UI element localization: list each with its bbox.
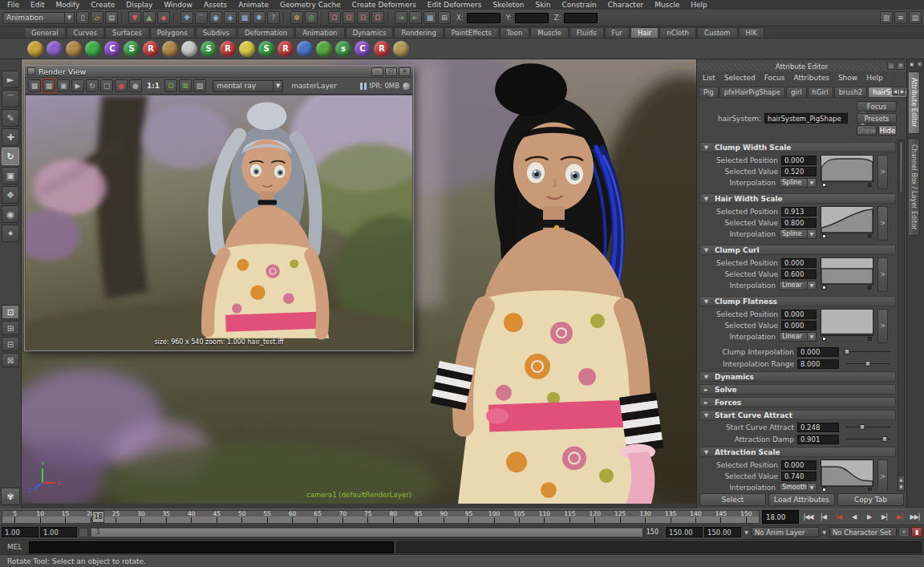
undock-icon[interactable]: ▫ [887,62,895,70]
menu-item[interactable]: Skeleton [488,0,530,10]
x-coord-input[interactable] [467,13,500,23]
ae-menu-item[interactable]: Show [838,74,857,82]
perspective-viewport[interactable]: camera1 (defaultRenderLayer) Y X Z Rende… [22,59,696,506]
attribute-slider[interactable] [845,434,890,444]
snap-to-view-planes-icon[interactable]: ▦ [238,11,251,24]
select-button[interactable]: Select [699,493,766,506]
set-start-from-current-icon[interactable]: S [201,41,217,57]
follicle-node-icon[interactable] [239,41,255,57]
y-coord-input[interactable] [515,13,549,23]
interpolation-dropdown[interactable]: Linear [779,281,808,290]
redo-previous-render-icon[interactable]: ▦ [43,79,55,92]
interpolation-dropdown[interactable]: Spline [779,229,808,239]
tab-scroll-right-icon[interactable]: ▶ [899,87,906,95]
chevron-down-icon[interactable] [808,483,817,492]
snap-to-grids-icon[interactable]: ✚ [180,11,193,24]
render-region-icon[interactable]: ▢ [100,79,113,92]
section-header[interactable]: Clump Flatness [699,296,896,306]
ae-node-tab[interactable]: girl [786,87,807,97]
step-back-key-button[interactable]: |◀ [831,510,846,524]
attribute-editor-titlebar[interactable]: Attribute Editor ▫ ✕ [697,61,906,71]
menu-set-dropdown[interactable]: Animation ▼ [2,12,75,24]
section-header[interactable]: Solve [699,384,896,395]
show-channel-box-icon[interactable]: ▤ [909,11,922,24]
mel-label[interactable]: MEL [0,543,29,551]
menu-item[interactable]: Create [85,0,120,10]
menu-item[interactable]: Constrain [557,0,602,10]
expand-ramp-button[interactable] [877,257,888,292]
ae-menu-item[interactable]: Focus [764,74,785,82]
menu-item[interactable]: Character [602,0,649,10]
select-component-icon[interactable]: ◆ [157,11,170,24]
input-connections-icon[interactable]: Ω [328,11,341,24]
shelf-tab[interactable]: nCloth [659,27,696,38]
small-start-icon[interactable]: s [335,41,351,57]
expand-ramp-button[interactable] [877,460,888,491]
paint-select-tool[interactable]: ✎ [2,109,19,127]
attribute-value-input[interactable]: 0.248 [797,423,839,432]
mel-command-input[interactable] [29,541,394,553]
section-header[interactable]: Start Curve Attract [699,410,896,420]
alpha-channel-icon[interactable]: ● [129,79,142,92]
zoom-ratio-button[interactable]: 1:1 [147,82,160,90]
ae-menu-item[interactable]: List [703,74,715,82]
animation-end-field[interactable]: 150.00 [704,527,741,537]
menu-item[interactable]: Edit Deformers [422,0,488,10]
start-curves-icon[interactable]: S [258,41,274,57]
sets-icon[interactable]: ▩ [424,11,436,24]
shelf-tab[interactable]: Deformation [237,27,294,38]
paint-hair-tool-icon[interactable] [27,41,43,57]
status-icon[interactable] [173,12,177,23]
snap-to-surfaces-icon[interactable]: ◈ [224,11,237,24]
character-set-dropdown[interactable]: No Character Set [829,527,897,537]
ae-node-tab[interactable]: pfxHairPigShape [719,87,785,97]
small-rest-icon[interactable]: R [374,41,390,57]
quick-help-icon[interactable]: ? [267,11,280,24]
menu-item[interactable]: Geometry Cache [274,0,346,10]
step-forward-key-button[interactable]: ▶| [892,510,907,524]
attribute-scroll-area[interactable]: Clump Width Scale Selected Position 0.00… [699,140,896,491]
selected-value-input[interactable]: 0.520 [781,167,817,176]
open-editor-left-icon[interactable]: ⇥ [395,11,407,24]
show-manipulator-tool[interactable]: ✦ [2,225,19,242]
shelf-tab[interactable]: Polygons [150,27,195,38]
attribute-value-input[interactable]: 0.901 [797,435,839,444]
presets-button[interactable]: Presets [857,113,897,124]
chevron-down-icon[interactable] [808,178,817,188]
attribute-slider[interactable] [845,346,890,357]
attribute-slider[interactable] [845,358,890,369]
playback-start-field[interactable]: 1.00 [40,527,77,537]
open-scene-icon[interactable]: ▱ [91,11,103,24]
close-button[interactable]: ✕ [399,67,411,76]
show-tool-settings-icon[interactable]: ≡ [894,11,907,24]
chevron-down-icon[interactable] [808,281,817,290]
blue-brush-preset-icon[interactable] [297,41,313,57]
shelf-tab[interactable]: Surfaces [105,27,149,38]
select-tool[interactable]: ► [2,71,19,88]
render-current-frame-icon[interactable]: ▦ [28,79,41,92]
shelf-tab[interactable]: Animation [295,27,344,38]
copy-tab-button[interactable]: Copy Tab [837,493,904,506]
section-header[interactable]: Clump Width Scale [699,142,896,152]
close-icon[interactable]: ✕ [897,62,905,70]
channel-box-dock-tab[interactable]: Channel Box / Layer Editor [909,138,920,237]
display-current-position-icon[interactable]: C [104,41,120,57]
single-pane-layout[interactable]: ⊡ [2,305,19,319]
ae-menu-item[interactable]: Selected [724,74,756,82]
selected-value-input[interactable]: 0.000 [781,321,817,330]
ramp-curve-widget[interactable] [821,309,873,342]
hair-curve-tool-icon[interactable] [66,41,82,57]
selected-position-input[interactable]: 0.000 [781,258,817,268]
output-connections-icon[interactable]: Ω [342,11,355,24]
ramp-curve-widget[interactable] [821,155,873,188]
menu-item[interactable]: Display [120,0,158,10]
persp-outliner-layout[interactable]: ⊟ [2,337,19,351]
shelf-tab[interactable]: HIK [739,27,764,38]
soft-modification-tool[interactable]: ◉ [2,205,19,223]
node-name-input[interactable]: hairSystem_PigShape [764,113,848,124]
remove-image-icon[interactable]: ⊠ [179,79,192,92]
shelf-tab[interactable]: Custom [697,27,738,38]
selected-position-input[interactable]: 0.913 [781,207,817,217]
play-backwards-button[interactable]: ◀ [846,510,861,524]
shelf-tab[interactable]: Dynamics [346,27,394,38]
